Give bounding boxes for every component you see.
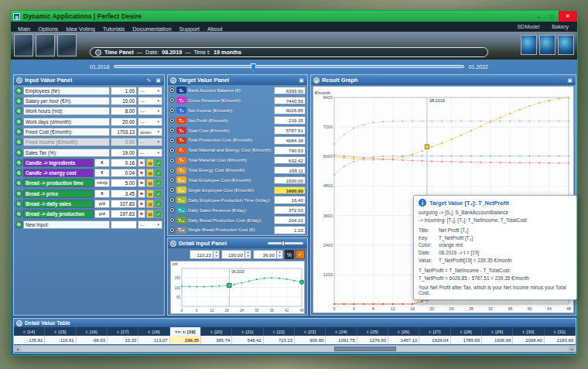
edit-icon[interactable]: ✎ <box>15 200 22 207</box>
radio-button[interactable] <box>169 187 175 193</box>
input-value-field[interactable]: 19.00 <box>111 149 137 157</box>
flag-icon[interactable]: ⚑ <box>138 190 145 198</box>
pin-icon[interactable]: ▣ <box>566 77 573 84</box>
table-column-header[interactable]: t: [23] <box>295 327 326 336</box>
spin-value[interactable]: 150.00 <box>222 251 244 258</box>
target-row[interactable]: T₁₀Total Employee Cost (€/month):1600.00 <box>169 176 306 185</box>
target-row[interactable]: T₅Total Cost (€/month):5787.51 <box>169 126 306 135</box>
edit-icon[interactable]: ✎ <box>15 221 22 228</box>
apply-icon[interactable]: ✓ <box>155 190 162 198</box>
edit-icon[interactable]: ✎ <box>15 138 22 145</box>
table-column-header[interactable]: t: [26] <box>388 327 419 336</box>
radio-button[interactable] <box>169 128 175 133</box>
target-row[interactable]: T₉Total Energy Cost (€/month):158.11 <box>169 166 306 175</box>
globe-icon[interactable] <box>539 35 556 55</box>
spin-value[interactable]: 36.00 <box>254 251 276 258</box>
apply-button[interactable]: ✓ <box>296 250 305 259</box>
edit-icon[interactable]: ✎ <box>15 128 22 135</box>
scroll-left-icon[interactable]: ◂ <box>14 346 21 352</box>
table-column-header[interactable]: t: [31] <box>545 327 576 336</box>
scroll-right-icon[interactable]: ▸ <box>569 346 576 352</box>
table-column-header[interactable]: t: [18] <box>138 327 169 336</box>
detail-table-icon[interactable]: ▤ <box>146 200 154 208</box>
table-column-header[interactable]: t: [15] <box>45 327 76 336</box>
detail-table-icon[interactable]: ▤ <box>146 169 154 177</box>
pin-icon[interactable]: ▣ <box>155 77 162 84</box>
target-row[interactable]: S₁Bank Account Balance (€):6399.90 <box>169 86 306 95</box>
table-column-header[interactable]: t: [14] <box>14 327 45 336</box>
target-row[interactable]: T₁₄Daily Bread Production Cost (€/day):2… <box>169 216 306 225</box>
target-row[interactable]: T₇Total Material and Energy Cost (€/mont… <box>169 145 306 155</box>
edit-icon[interactable]: ✎ <box>15 149 22 156</box>
detail-chart-svg[interactable]: 50100150061218243036424808.2019p/d <box>171 261 306 313</box>
input-value-field[interactable]: 8.00 <box>111 107 137 115</box>
pencil-icon[interactable]: ✎ <box>145 77 152 84</box>
apply-icon[interactable]: ✓ <box>155 169 162 177</box>
edit-icon[interactable]: ✎ <box>15 87 22 94</box>
apply-icon[interactable]: ✓ <box>155 179 162 187</box>
table-column-header[interactable]: t: [29] <box>482 327 513 336</box>
radio-button[interactable] <box>169 207 175 213</box>
edit-icon[interactable]: ✎ <box>15 179 22 186</box>
target-row[interactable]: T₈Total Material Cost (€/month):632.42 <box>169 155 306 165</box>
header-slider-thumb[interactable] <box>282 241 285 246</box>
radio-button[interactable] <box>169 158 175 163</box>
detail-table-icon[interactable]: ▤ <box>146 210 154 218</box>
table-column-header[interactable]: t: [25] <box>357 327 388 336</box>
table-column-header[interactable]: t: [24] <box>326 327 357 336</box>
percent-button[interactable]: % <box>285 250 294 259</box>
table-column-header[interactable]: t: [17] <box>108 327 138 336</box>
table-column-header[interactable]: t: [21] <box>232 327 263 336</box>
radio-button[interactable] <box>169 118 175 123</box>
apply-icon[interactable]: ✓ <box>155 159 162 167</box>
target-row[interactable]: T₆Total Production Cost (€/month):4084.3… <box>169 135 306 145</box>
input-value-field[interactable]: 0.16 <box>111 159 137 167</box>
maximize-button[interactable]: □ <box>545 11 559 22</box>
detail-input-chart[interactable]: 50100150061218243036424808.2019p/d <box>170 261 305 314</box>
detail-table-icon[interactable]: ▤ <box>146 159 154 167</box>
close-button[interactable]: ✕ <box>559 11 577 22</box>
edit-icon[interactable]: ✎ <box>15 190 22 197</box>
input-value-field[interactable] <box>111 220 137 229</box>
menu-item-bakery[interactable]: Bakery <box>548 24 573 29</box>
trend-dropdown[interactable]: ---▼ <box>138 220 162 229</box>
input-value-field[interactable]: 20.00 <box>111 118 137 126</box>
edit-icon[interactable]: ✎ <box>15 159 22 166</box>
flag-icon[interactable]: ⚑ <box>138 159 145 167</box>
target-row[interactable]: T₃Net Income (€/month):6026.85 <box>169 106 306 115</box>
header-slider[interactable] <box>268 242 303 244</box>
menu-item-sdmodel[interactable]: SDModel <box>513 24 543 29</box>
radio-button[interactable] <box>169 177 175 183</box>
radio-button[interactable] <box>169 148 175 153</box>
radio-button[interactable] <box>169 217 175 223</box>
edit-icon[interactable]: ✎ <box>15 108 22 114</box>
table-column-header[interactable]: t: [27] <box>419 327 450 336</box>
spin-value[interactable]: 110.23 <box>190 251 213 258</box>
edit-icon[interactable]: ✎ <box>15 118 22 125</box>
radio-button[interactable] <box>169 227 175 233</box>
target-row[interactable]: T₄Net Profit (€/month):239.35 <box>169 116 306 125</box>
table-column-header[interactable]: t: [28] <box>451 327 482 336</box>
radio-button[interactable] <box>169 108 175 113</box>
flag-icon[interactable]: ⚑ <box>138 200 145 208</box>
radio-button[interactable] <box>169 87 175 93</box>
table-column-header[interactable]: =>: t: [19] <box>170 327 201 336</box>
input-value-field[interactable]: 1703.13 <box>111 128 137 136</box>
scrollbar-thumb[interactable] <box>334 347 396 351</box>
trend-dropdown[interactable]: ---▼ <box>138 118 162 126</box>
globe-icon[interactable] <box>558 35 574 55</box>
trend-dropdown[interactable]: down▼ <box>138 128 162 136</box>
trend-dropdown[interactable]: ---▼ <box>138 107 162 115</box>
table-column-header[interactable]: t: [16] <box>77 327 108 336</box>
input-value-field[interactable]: 10.00 <box>111 97 137 105</box>
edit-icon[interactable]: ✎ <box>15 97 22 104</box>
radio-button[interactable] <box>169 138 175 143</box>
thumbnail-button[interactable] <box>36 34 55 56</box>
trend-dropdown[interactable]: ---▼ <box>138 97 162 105</box>
radio-button[interactable] <box>169 168 175 173</box>
table-column-header[interactable]: t: [22] <box>264 327 295 336</box>
table-column-header[interactable]: t: [20] <box>201 327 232 336</box>
target-row[interactable]: T₁₁Single Employee Cost (€/month):1600.0… <box>169 186 306 195</box>
input-value-field[interactable]: 0.00 <box>111 138 137 146</box>
input-value-field[interactable]: 5.00 <box>111 179 137 187</box>
